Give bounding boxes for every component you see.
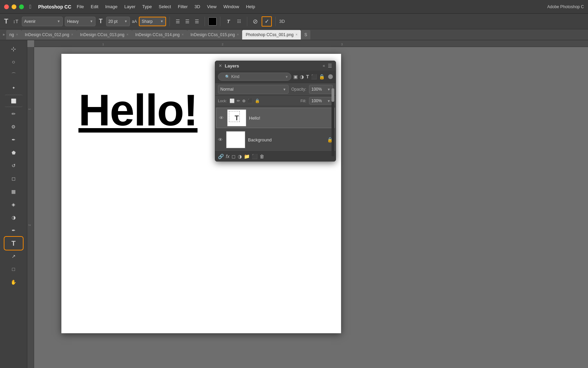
gradient-btn[interactable]: ▦ [5,185,23,198]
hello-text[interactable]: Hello! [78,88,197,132]
blur-btn[interactable]: ◈ [5,198,23,211]
tab-indesign-015-close[interactable]: × [237,33,239,36]
eyedropper-btn[interactable]: ✏ [5,108,23,120]
brush-btn[interactable]: ✒ [5,134,23,146]
font-size-icon: T [98,16,104,26]
tabs-overflow-icon[interactable]: » [1,31,6,38]
filter-toggle-btn[interactable] [328,74,333,79]
text-color-swatch[interactable] [208,17,217,26]
tab-indesign-014-close[interactable]: × [182,33,184,36]
menu-window[interactable]: Window [223,4,239,9]
crop-btn[interactable]: ⬜ [5,95,23,107]
path-select-btn[interactable]: ↗ [5,250,23,262]
lock-all-icon[interactable]: 🔒 [255,98,260,103]
healing-brush-btn[interactable]: ⚙ [5,121,23,133]
filter-shape-icon[interactable]: ⬛ [311,74,317,79]
warp-text-btn[interactable]: T [224,17,233,26]
panel-title: Layers [225,63,320,68]
fill-input[interactable]: 100% ▼ [309,97,333,105]
menu-type[interactable]: Type [142,4,152,9]
app-title: Photoshop CC [38,4,71,10]
align-left-btn[interactable]: ☰ [173,17,182,26]
font-size-dropdown[interactable]: 20 pt ▼ [106,17,130,26]
character-panel-btn[interactable]: ☷ [235,17,244,26]
lock-move-icon[interactable]: ⊕ [242,98,246,103]
new-group-icon[interactable]: 📁 [244,154,250,159]
tab-indesign-015[interactable]: InDesign CCss_015.png × [187,30,242,40]
lock-paint-icon[interactable]: ✏ [237,98,240,103]
layer-item-background[interactable]: 👁 Background 🔒 [215,129,336,150]
font-weight-dropdown[interactable]: Heavy ▼ [65,17,95,26]
new-fill-icon[interactable]: ◑ [238,154,242,159]
menu-view[interactable]: View [207,4,217,9]
menu-image[interactable]: Image [105,4,117,9]
menu-help[interactable]: Help [246,4,255,9]
layer-search-input[interactable]: 🔍 Kind ▼ [218,73,291,81]
menu-filter[interactable]: Filter [178,4,188,9]
toggle-orient-icon[interactable]: ↕T [12,17,20,26]
dodge-btn[interactable]: ◑ [5,211,23,224]
menu-select[interactable]: Select [159,4,171,9]
filter-type-icon[interactable]: T [306,74,309,79]
blend-mode-row: Normal ▼ Opacity: 100% ▼ [215,83,336,96]
opacity-input[interactable]: 100% ▼ [309,85,333,94]
blend-mode-dropdown[interactable]: Normal ▼ [218,85,289,94]
lock-transparent-icon[interactable]: ⬜ [230,98,235,103]
minimize-window-btn[interactable] [12,4,16,9]
tab-ng-close[interactable]: × [16,33,18,36]
new-layer-icon[interactable]: ⬛ [252,154,258,159]
lasso-btn[interactable]: ⌒ [5,69,23,81]
tab-indesign-014[interactable]: InDesign CCss_014.png × [132,30,187,40]
tab-s[interactable]: S [301,30,310,40]
filter-pixel-icon[interactable]: ▣ [293,74,298,79]
link-layers-icon[interactable]: 🔗 [218,154,224,159]
tab-photoshop-001[interactable]: Photoshop CCss_001.png × [242,30,301,40]
tab-indesign-012-close[interactable]: × [71,33,73,36]
layer-hello-thumb-inner [229,111,240,122]
ellipse-marquee-btn[interactable]: ○ [5,56,23,68]
move-tool-btn[interactable]: ⊹ [5,43,23,55]
confirm-type-btn[interactable]: ✓ [262,16,272,27]
cancel-type-btn[interactable]: ⊘ [251,17,260,26]
panel-scrollbar[interactable] [332,88,334,156]
shape-btn[interactable]: □ [5,263,23,275]
antialias-dropdown[interactable]: Sharp ▼ [139,17,166,26]
font-family-dropdown[interactable]: Avenir ▼ [22,17,63,26]
eraser-btn[interactable]: ◻ [5,172,23,185]
menu-layer[interactable]: Layer [124,4,136,9]
canvas-area[interactable]: 1 2 3 1 2 Hello! ✕ Layers « ☰ 🔍 [27,40,588,368]
menu-3d[interactable]: 3D [194,4,200,9]
quick-select-btn[interactable]: ✦ [5,82,23,94]
tab-ng[interactable]: ng × [6,30,21,40]
history-brush-btn[interactable]: ↺ [5,159,23,172]
tab-indesign-012[interactable]: InDesign CCss_012.png × [21,30,77,40]
pen-btn[interactable]: ✒ [5,224,23,236]
layer-bg-visibility-icon[interactable]: 👁 [218,137,223,142]
menu-file[interactable]: File [77,4,84,9]
type-tool-btn[interactable]: T [5,237,23,249]
menu-edit[interactable]: Edit [91,4,98,9]
panel-close-btn[interactable]: ✕ [219,63,222,68]
panel-collapse-btn[interactable]: « [323,63,325,68]
tab-indesign-012-label: InDesign CCss_012.png [25,32,69,37]
delete-layer-icon[interactable]: 🗑 [260,154,264,159]
tab-photoshop-001-close[interactable]: × [296,33,298,36]
panel-menu-icon[interactable]: ☰ [328,63,332,68]
hand-btn[interactable]: ✋ [5,276,23,288]
filter-adjustment-icon[interactable]: ◑ [300,74,304,79]
lock-artboard-icon[interactable]: ⬛ [248,98,253,103]
filter-smart-icon[interactable]: 🔒 [319,74,325,79]
add-mask-icon[interactable]: ◻ [232,154,236,159]
scroll-thumb[interactable] [332,88,334,102]
search-kind-label: Kind [231,74,239,79]
clone-stamp-btn[interactable]: ⬟ [5,147,23,159]
align-right-btn[interactable]: ☰ [192,17,201,26]
layer-fx-icon[interactable]: fx [226,154,230,159]
close-window-btn[interactable] [4,4,9,9]
maximize-window-btn[interactable] [19,4,24,9]
align-center-btn[interactable]: ☰ [183,17,192,26]
tab-indesign-013-close[interactable]: × [127,33,129,36]
layer-hello-visibility-icon[interactable]: 👁 [219,115,224,121]
layer-item-hello[interactable]: 👁 T Hello! [216,108,335,128]
tab-indesign-013[interactable]: InDesign CCss_013.png × [77,30,132,40]
